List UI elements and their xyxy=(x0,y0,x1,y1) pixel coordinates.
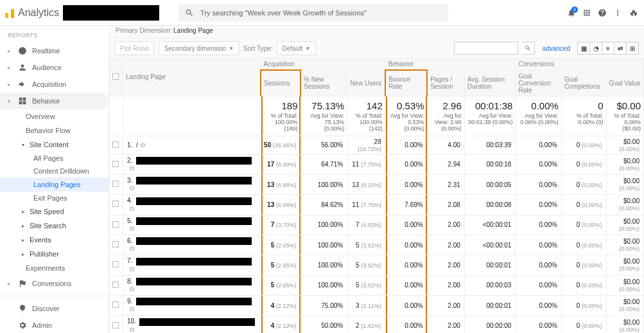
account-selector-redacted[interactable] xyxy=(63,5,159,21)
select-all-checkbox[interactable] xyxy=(110,59,123,96)
advanced-link[interactable]: advanced xyxy=(543,45,570,52)
open-link-icon[interactable]: ⧉ xyxy=(130,184,134,192)
nav-site-speed[interactable]: ▸Site Speed xyxy=(0,204,109,219)
table-row[interactable]: 5. ⧉7 (3.70%)100.00%7 (4.93%)0.00%2.00<0… xyxy=(110,215,644,235)
view-table-icon[interactable]: ▦ xyxy=(577,42,590,55)
open-link-icon[interactable]: ⧉ xyxy=(130,165,134,172)
col-landing-page[interactable]: Landing Page xyxy=(123,59,261,96)
landing-page-cell[interactable]: 3. ⧉ xyxy=(123,174,261,194)
table-row[interactable]: 4. ⧉13 (6.88%)84.62%11 (7.75%)7.69%2.080… xyxy=(110,195,644,215)
search-input[interactable]: Try searching "Week over Week Growth of … xyxy=(178,4,448,22)
landing-page-cell[interactable]: 10. ⧉ xyxy=(123,316,261,333)
open-link-icon[interactable]: ⧉ xyxy=(130,305,134,312)
table-row[interactable]: 7. ⧉5 (2.65%)100.00%5 (3.52%)0.00%2.0000… xyxy=(110,255,644,275)
nav-realtime[interactable]: ▸Realtime xyxy=(0,42,109,59)
row-checkbox[interactable] xyxy=(110,255,123,275)
row-checkbox[interactable] xyxy=(110,215,123,235)
col-duration[interactable]: Avg. Session Duration xyxy=(464,70,516,96)
nav-overview[interactable]: Overview xyxy=(0,109,109,123)
open-link-icon[interactable]: ⧉ xyxy=(130,205,134,212)
row-checkbox[interactable] xyxy=(110,136,123,154)
nav-publisher[interactable]: ▸Publisher xyxy=(0,247,109,261)
open-link-icon[interactable]: ⧉ xyxy=(130,326,134,333)
col-pages[interactable]: Pages / Session xyxy=(427,70,464,96)
landing-page-cell[interactable]: 6. ⧉ xyxy=(123,235,261,255)
row-checkbox[interactable] xyxy=(110,174,123,194)
nav-behavior-flow[interactable]: Behavior Flow xyxy=(0,123,109,138)
landing-page-cell[interactable]: 1. /⧉ xyxy=(123,136,261,154)
row-checkbox[interactable] xyxy=(110,275,123,295)
row-checkbox[interactable] xyxy=(110,296,123,316)
nav-exit-pages[interactable]: Exit Pages xyxy=(0,192,109,204)
table-row[interactable]: 9. ⧉4 (2.12%)75.00%3 (2.11%)0.00%2.0000:… xyxy=(110,296,644,316)
col-sessions[interactable]: Sessions xyxy=(261,70,300,96)
nav-experiments[interactable]: Experiments xyxy=(0,261,109,275)
table-row[interactable]: 10. ⧉4 (2.12%)50.00%2 (1.41%)0.00%2.0000… xyxy=(110,316,644,333)
apps-icon[interactable] xyxy=(582,8,591,17)
group-behavior: Behavior xyxy=(385,59,516,71)
left-nav: REPORTS ▸Realtime ▸Audience ▸Acquisition… xyxy=(0,26,109,333)
landing-page-cell[interactable]: 2. ⧉ xyxy=(123,154,261,174)
person-icon xyxy=(18,63,27,72)
view-comparison-icon[interactable]: ⇄ xyxy=(614,42,627,55)
col-bounce[interactable]: Bounce Rate xyxy=(385,70,427,96)
open-link-icon[interactable]: ⧉ xyxy=(130,225,134,232)
arrow-icon xyxy=(18,80,27,89)
view-pivot-icon[interactable]: ⊞ xyxy=(626,42,639,55)
landing-page-cell[interactable]: 8. ⧉ xyxy=(123,275,261,295)
landing-page-cell[interactable]: 7. ⧉ xyxy=(123,255,261,275)
table-row[interactable]: 8. ⧉5 (2.65%)100.00%5 (3.52%)0.00%2.0000… xyxy=(110,275,644,295)
ga-logo[interactable]: Analytics xyxy=(5,7,59,19)
table-search-input[interactable] xyxy=(454,42,518,55)
open-link-icon[interactable]: ⧉ xyxy=(130,266,134,273)
open-link-icon[interactable]: ⧉ xyxy=(130,285,134,292)
group-conversions: Conversions xyxy=(516,59,644,71)
col-new-users[interactable]: New Users xyxy=(347,70,386,96)
nav-discover[interactable]: Discover xyxy=(0,300,109,317)
col-gval[interactable]: Goal Value xyxy=(606,70,643,96)
nav-conversions[interactable]: ▸Conversions xyxy=(0,275,109,292)
row-checkbox[interactable] xyxy=(110,154,123,174)
table-row[interactable]: 3. ⧉13 (6.88%)100.00%13 (9.15%)0.00%2.31… xyxy=(110,174,644,194)
main-content: Primary Dimension: Landing Page Plot Row… xyxy=(109,26,644,333)
sort-type-label: Sort Type: xyxy=(243,45,272,52)
plot-rows-button[interactable]: Plot Rows xyxy=(114,41,155,55)
table-row[interactable]: 1. /⧉50 (26.46%)56.00%28 (19.72%)0.00%4.… xyxy=(110,136,644,154)
row-checkbox[interactable] xyxy=(110,235,123,255)
summary-row: 189% of Total: 100.00% (189) 75.13%Avg f… xyxy=(110,96,644,136)
table-toolbar: Plot Rows Secondary dimension▼ Sort Type… xyxy=(109,39,644,58)
sort-type-dropdown[interactable]: Default▼ xyxy=(277,41,317,55)
open-link-icon[interactable]: ⧉ xyxy=(141,141,145,148)
more-icon[interactable] xyxy=(613,8,622,17)
row-checkbox[interactable] xyxy=(110,195,123,215)
nav-admin[interactable]: Admin xyxy=(0,317,109,333)
col-pct-new[interactable]: % New Sessions xyxy=(300,70,347,96)
row-checkbox[interactable] xyxy=(110,316,123,333)
breadcrumb: Primary Dimension: Landing Page xyxy=(109,26,644,39)
nav-site-search[interactable]: ▸Site Search xyxy=(0,219,109,233)
nav-acquisition[interactable]: ▸Acquisition xyxy=(0,76,109,93)
view-bar-icon[interactable]: ≡ xyxy=(602,42,614,55)
nav-events[interactable]: ▸Events xyxy=(0,233,109,247)
notifications-icon[interactable]: 2 xyxy=(567,8,576,17)
view-pie-icon[interactable]: ◔ xyxy=(589,42,602,55)
landing-page-cell[interactable]: 9. ⧉ xyxy=(123,296,261,316)
landing-page-cell[interactable]: 5. ⧉ xyxy=(123,215,261,235)
nav-landing-pages[interactable]: Landing Pages xyxy=(0,177,109,192)
secondary-dimension-dropdown[interactable]: Secondary dimension▼ xyxy=(159,41,239,55)
landing-page-cell[interactable]: 4. ⧉ xyxy=(123,195,261,215)
nav-audience[interactable]: ▸Audience xyxy=(0,59,109,76)
firebase-icon[interactable]: 🔥︎ xyxy=(629,7,639,19)
nav-behavior[interactable]: ▾Behavior xyxy=(0,93,109,109)
nav-all-pages[interactable]: All Pages xyxy=(0,152,109,165)
open-link-icon[interactable]: ⧉ xyxy=(130,245,134,252)
table-search-button[interactable] xyxy=(522,42,535,55)
nav-content-drilldown[interactable]: Content Drilldown xyxy=(0,165,109,177)
search-icon xyxy=(185,8,194,17)
nav-site-content[interactable]: ▾Site Content xyxy=(0,138,109,152)
col-gcr[interactable]: Goal Conversion Rate xyxy=(516,70,561,96)
help-icon[interactable] xyxy=(598,8,607,17)
table-row[interactable]: 2. ⧉17 (8.99%)64.71%11 (7.75%)0.00%2.940… xyxy=(110,154,644,174)
table-row[interactable]: 6. ⧉5 (2.65%)100.00%5 (3.52%)0.00%2.00<0… xyxy=(110,235,644,255)
col-gcomp[interactable]: Goal Completions xyxy=(561,70,606,96)
